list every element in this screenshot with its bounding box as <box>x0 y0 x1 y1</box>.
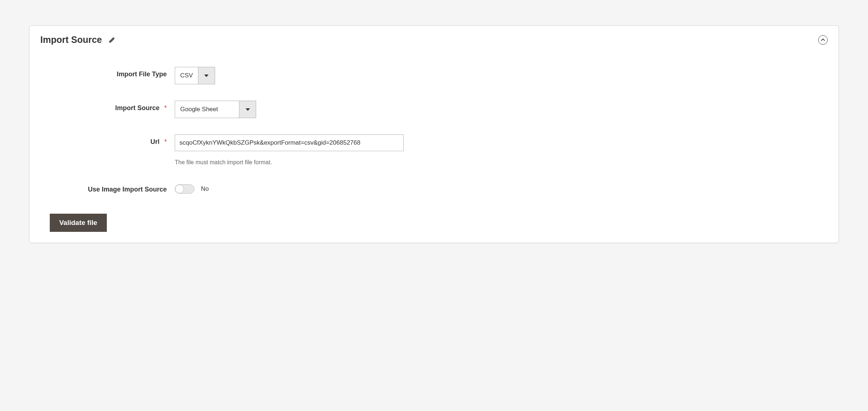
control-import-source: Google Sheet <box>175 101 828 118</box>
label-import-source-text: Import Source <box>115 104 160 112</box>
file-type-value: CSV <box>175 67 198 84</box>
label-file-type-text: Import File Type <box>117 70 167 78</box>
label-file-type: Import File Type <box>40 67 175 78</box>
label-url: Url * <box>40 134 175 146</box>
import-source-panel: Import Source Import File Type CSV Im <box>29 25 839 243</box>
label-import-source: Import Source * <box>40 101 175 112</box>
file-type-select[interactable]: CSV <box>175 67 215 84</box>
row-import-source: Import Source * Google Sheet <box>40 101 828 118</box>
row-use-image-import: Use Image Import Source No <box>40 182 828 194</box>
validate-file-button[interactable]: Validate file <box>50 214 107 232</box>
row-url: Url * The file must match import file fo… <box>40 134 828 166</box>
toggle-knob <box>175 185 184 193</box>
import-source-select[interactable]: Google Sheet <box>175 101 256 118</box>
url-hint: The file must match import file format. <box>175 159 272 166</box>
chevron-down-icon <box>198 67 215 84</box>
required-asterisk: * <box>164 104 167 112</box>
label-use-image-import-text: Use Image Import Source <box>88 186 167 193</box>
toggle-wrap: No <box>175 182 209 194</box>
import-source-value: Google Sheet <box>175 101 239 118</box>
panel-title: Import Source <box>40 35 102 45</box>
use-image-import-toggle[interactable] <box>175 184 194 194</box>
label-use-image-import: Use Image Import Source <box>40 182 175 193</box>
url-input[interactable] <box>175 134 404 151</box>
control-url: The file must match import file format. <box>175 134 828 166</box>
chevron-down-icon <box>239 101 256 118</box>
row-file-type: Import File Type CSV <box>40 67 828 84</box>
control-file-type: CSV <box>175 67 828 84</box>
label-url-text: Url <box>150 138 160 145</box>
panel-header: Import Source <box>40 35 828 45</box>
use-image-import-value: No <box>201 185 209 193</box>
pencil-icon[interactable] <box>108 36 116 44</box>
collapse-button[interactable] <box>818 35 828 45</box>
control-use-image-import: No <box>175 182 828 194</box>
required-asterisk: * <box>164 138 167 145</box>
panel-title-wrap: Import Source <box>40 35 116 45</box>
